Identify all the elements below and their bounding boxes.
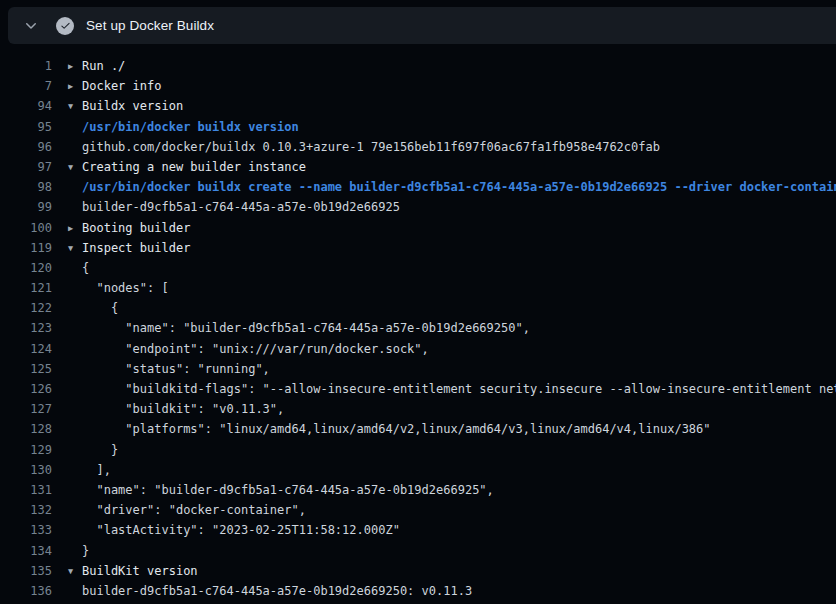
log-line: 125 "status": "running", xyxy=(0,359,836,379)
log-line-text: /usr/bin/docker buildx version xyxy=(82,117,299,137)
log-line-number[interactable]: 96 xyxy=(0,137,52,157)
log-line-number[interactable]: 129 xyxy=(0,440,52,460)
log-line: 96 github.com/docker/buildx 0.10.3+azure… xyxy=(0,137,836,157)
log-line-number[interactable]: 133 xyxy=(0,520,52,540)
log-viewer: 1 ▶ Run ./ 7 ▶ Docker info 94 ▼ Buildx v… xyxy=(0,56,836,601)
group-arrow-icon xyxy=(68,419,82,439)
log-group-header[interactable]: 100 ▶ Booting builder xyxy=(0,218,836,238)
log-line: 133 "lastActivity": "2023-02-25T11:58:12… xyxy=(0,520,836,540)
group-arrow-icon xyxy=(68,581,82,601)
log-line-text: Inspect builder xyxy=(82,238,190,258)
group-arrow-icon[interactable]: ▶ xyxy=(68,76,82,96)
log-line-number[interactable]: 135 xyxy=(0,561,52,581)
log-line-number[interactable]: 119 xyxy=(0,238,52,258)
log-line-number[interactable]: 125 xyxy=(0,359,52,379)
log-line-number[interactable]: 121 xyxy=(0,278,52,298)
group-arrow-icon[interactable]: ▼ xyxy=(68,238,82,258)
log-line: 121 "nodes": [ xyxy=(0,278,836,298)
log-line-text: { xyxy=(82,258,89,278)
log-line: 123 "name": "builder-d9cfb5a1-c764-445a-… xyxy=(0,318,836,338)
log-line-number[interactable]: 134 xyxy=(0,541,52,561)
group-arrow-icon[interactable]: ▶ xyxy=(68,56,82,76)
log-line-text: "status": "running", xyxy=(82,359,270,379)
log-line-text: /usr/bin/docker buildx create --name bui… xyxy=(82,177,836,197)
group-arrow-icon xyxy=(68,460,82,480)
log-line-text: "nodes": [ xyxy=(82,278,169,298)
log-line: 136 builder-d9cfb5a1-c764-445a-a57e-0b19… xyxy=(0,581,836,601)
log-line-text: "platforms": "linux/amd64,linux/amd64/v2… xyxy=(82,419,711,439)
group-arrow-icon xyxy=(68,339,82,359)
collapse-step-button[interactable] xyxy=(18,13,44,39)
log-line-number[interactable]: 1 xyxy=(0,56,52,76)
log-group-header[interactable]: 135 ▼ BuildKit version xyxy=(0,561,836,581)
log-line: 130 ], xyxy=(0,460,836,480)
log-group-header[interactable]: 94 ▼ Buildx version xyxy=(0,96,836,116)
log-line-number[interactable]: 94 xyxy=(0,96,52,116)
chevron-down-icon xyxy=(23,18,39,34)
log-line-text: "endpoint": "unix:///var/run/docker.sock… xyxy=(82,339,429,359)
log-group-header[interactable]: 97 ▼ Creating a new builder instance xyxy=(0,157,836,177)
log-line-number[interactable]: 132 xyxy=(0,500,52,520)
log-line: 98 /usr/bin/docker buildx create --name … xyxy=(0,177,836,197)
log-line-text: "name": "builder-d9cfb5a1-c764-445a-a57e… xyxy=(82,318,530,338)
log-line-text: "lastActivity": "2023-02-25T11:58:12.000… xyxy=(82,520,400,540)
group-arrow-icon[interactable]: ▼ xyxy=(68,96,82,116)
log-line-text: github.com/docker/buildx 0.10.3+azure-1 … xyxy=(82,137,660,157)
log-line-number[interactable]: 128 xyxy=(0,419,52,439)
log-line-number[interactable]: 97 xyxy=(0,157,52,177)
log-line-text: "name": "builder-d9cfb5a1-c764-445a-a57e… xyxy=(82,480,494,500)
log-line-number[interactable]: 123 xyxy=(0,318,52,338)
log-line: 128 "platforms": "linux/amd64,linux/amd6… xyxy=(0,419,836,439)
log-line: 124 "endpoint": "unix:///var/run/docker.… xyxy=(0,339,836,359)
group-arrow-icon[interactable]: ▼ xyxy=(68,561,82,581)
log-line-number[interactable]: 127 xyxy=(0,399,52,419)
log-line: 122 { xyxy=(0,298,836,318)
check-circle-icon xyxy=(56,17,74,35)
log-line-text: "buildkit": "v0.11.3", xyxy=(82,399,284,419)
group-arrow-icon xyxy=(68,399,82,419)
log-group-header[interactable]: 119 ▼ Inspect builder xyxy=(0,238,836,258)
log-line-number[interactable]: 98 xyxy=(0,177,52,197)
group-arrow-icon xyxy=(68,520,82,540)
group-arrow-icon xyxy=(68,480,82,500)
log-line-number[interactable]: 95 xyxy=(0,117,52,137)
group-arrow-icon xyxy=(68,500,82,520)
group-arrow-icon xyxy=(68,359,82,379)
group-arrow-icon xyxy=(68,379,82,399)
log-line-number[interactable]: 100 xyxy=(0,218,52,238)
group-arrow-icon[interactable]: ▼ xyxy=(68,157,82,177)
group-arrow-icon[interactable]: ▶ xyxy=(68,218,82,238)
group-arrow-icon xyxy=(68,541,82,561)
log-group-header[interactable]: 7 ▶ Docker info xyxy=(0,76,836,96)
group-arrow-icon xyxy=(68,298,82,318)
log-line-number[interactable]: 136 xyxy=(0,581,52,601)
group-arrow-icon xyxy=(68,117,82,137)
log-line-number[interactable]: 99 xyxy=(0,197,52,217)
log-line-text: Booting builder xyxy=(82,218,190,238)
step-header[interactable]: Set up Docker Buildx xyxy=(8,7,836,44)
log-line-text: Buildx version xyxy=(82,96,183,116)
log-line-text: BuildKit version xyxy=(82,561,198,581)
log-line: 134 } xyxy=(0,541,836,561)
log-group-header[interactable]: 1 ▶ Run ./ xyxy=(0,56,836,76)
log-line-number[interactable]: 131 xyxy=(0,480,52,500)
log-line: 127 "buildkit": "v0.11.3", xyxy=(0,399,836,419)
log-line-number[interactable]: 124 xyxy=(0,339,52,359)
log-line: 120 { xyxy=(0,258,836,278)
log-line-text: "buildkitd-flags": "--allow-insecure-ent… xyxy=(82,379,836,399)
log-line: 132 "driver": "docker-container", xyxy=(0,500,836,520)
step-title: Set up Docker Buildx xyxy=(86,18,214,33)
log-line: 95 /usr/bin/docker buildx version xyxy=(0,117,836,137)
group-arrow-icon xyxy=(68,278,82,298)
log-line-number[interactable]: 130 xyxy=(0,460,52,480)
log-line-text: { xyxy=(82,298,118,318)
log-line-number[interactable]: 122 xyxy=(0,298,52,318)
group-arrow-icon xyxy=(68,197,82,217)
log-line-text: builder-d9cfb5a1-c764-445a-a57e-0b19d2e6… xyxy=(82,581,472,601)
log-line: 126 "buildkitd-flags": "--allow-insecure… xyxy=(0,379,836,399)
log-line-number[interactable]: 7 xyxy=(0,76,52,96)
log-line-text: "driver": "docker-container", xyxy=(82,500,306,520)
log-line-number[interactable]: 120 xyxy=(0,258,52,278)
log-line-text: } xyxy=(82,541,89,561)
log-line-number[interactable]: 126 xyxy=(0,379,52,399)
